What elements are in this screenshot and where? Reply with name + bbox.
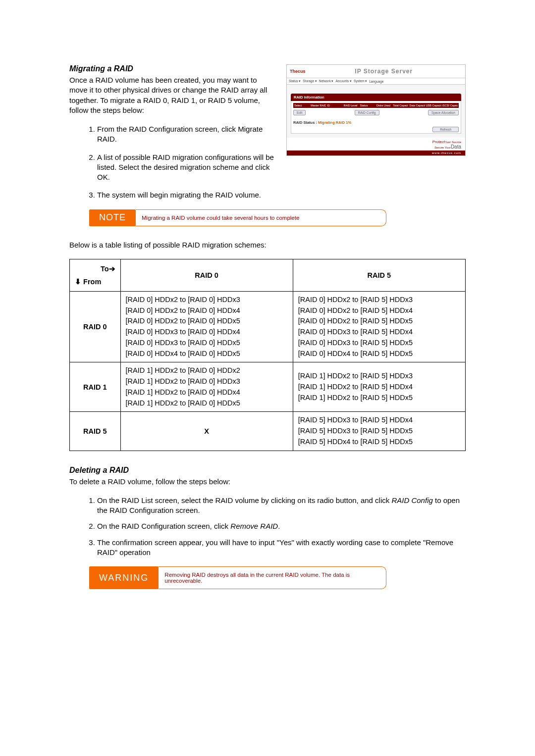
device-menubar: Status ▾ Storage ▾ Network ▾ Accounts ▾ … bbox=[287, 78, 465, 85]
menu-storage[interactable]: Storage ▾ bbox=[303, 79, 317, 83]
deleting-step-1: On the RAID List screen, select the RAID… bbox=[97, 496, 466, 516]
edit-button[interactable]: Edit bbox=[293, 110, 306, 115]
device-footer-tagline: ProtectYour Source Secure YourData bbox=[287, 138, 465, 151]
note-message: Migrating a RAID volume could take sever… bbox=[136, 209, 386, 226]
warning-callout: WARNING Removing RAID destroys all data … bbox=[89, 566, 386, 589]
row-header-raid1: RAID 1 bbox=[70, 362, 121, 412]
migration-table-intro: Below is a table listing of possible RAI… bbox=[69, 240, 466, 250]
raid-migration-table: To➔ ⬇ From RAID 0 RAID 5 RAID 0 [RAID 0]… bbox=[69, 259, 466, 451]
deleting-raid-steps: On the RAID List screen, select the RAID… bbox=[69, 496, 466, 557]
warning-message: Removing RAID destroys all data in the c… bbox=[159, 566, 386, 589]
note-badge: NOTE bbox=[89, 209, 136, 226]
cell-raid0-to-raid0: [RAID 0] HDDx2 to [RAID 0] HDDx3[RAID 0]… bbox=[120, 291, 293, 362]
raid-table-columns: Select Master RAID ID RAID Level Status … bbox=[293, 103, 459, 108]
device-title: IP Storage Server bbox=[306, 68, 462, 75]
cell-raid1-to-raid5: [RAID 1] HDDx2 to [RAID 5] HDDx3[RAID 1]… bbox=[293, 362, 465, 412]
table-row: RAID 5 X [RAID 5] HDDx3 to [RAID 5] HDDx… bbox=[70, 412, 466, 451]
migrating-step-2: A list of possible RAID migration config… bbox=[97, 152, 466, 183]
table-row: RAID 1 [RAID 1] HDDx2 to [RAID 0] HDDx2[… bbox=[70, 362, 466, 412]
table-corner: To➔ ⬇ From bbox=[70, 259, 121, 291]
row-header-raid0: RAID 0 bbox=[70, 291, 121, 362]
raid-config-button[interactable]: RAID Config bbox=[355, 110, 379, 115]
row-header-raid5: RAID 5 bbox=[70, 412, 121, 451]
col-header-raid0: RAID 0 bbox=[120, 259, 293, 291]
raid-status: RAID Status : Migrating RAID 1% bbox=[293, 120, 459, 125]
table-row: RAID 0 [RAID 0] HDDx2 to [RAID 0] HDDx3[… bbox=[70, 291, 466, 362]
cell-raid1-to-raid0: [RAID 1] HDDx2 to [RAID 0] HDDx2[RAID 1]… bbox=[120, 362, 293, 412]
deleting-raid-intro: To delete a RAID volume, follow the step… bbox=[69, 477, 466, 487]
raid-info-header: RAID Information bbox=[291, 94, 461, 101]
deleting-raid-heading: Deleting a RAID bbox=[69, 466, 466, 475]
menu-accounts[interactable]: Accounts ▾ bbox=[335, 79, 352, 83]
warning-badge: WARNING bbox=[89, 566, 159, 589]
migrating-step-3: The system will begin migrating the RAID… bbox=[97, 190, 466, 200]
cell-raid5-to-raid0: X bbox=[120, 412, 293, 451]
raid-info-screenshot: Thecus IP Storage Server Status ▾ Storag… bbox=[286, 64, 466, 156]
note-callout: NOTE Migrating a RAID volume could take … bbox=[89, 209, 386, 226]
deleting-step-2: On the RAID Configuration screen, click … bbox=[97, 521, 466, 531]
cell-raid5-to-raid5: [RAID 5] HDDx3 to [RAID 5] HDDx4[RAID 5]… bbox=[293, 412, 465, 451]
device-footer-url: www.thecus.com bbox=[287, 151, 465, 155]
menu-language[interactable]: Language bbox=[370, 80, 384, 83]
refresh-button[interactable]: Refresh bbox=[432, 127, 459, 132]
space-alloc-button[interactable]: Space Allocation bbox=[428, 110, 459, 115]
menu-status[interactable]: Status ▾ bbox=[289, 79, 301, 83]
deleting-step-3: The confirmation screen appear, you will… bbox=[97, 538, 466, 558]
menu-system[interactable]: System ▾ bbox=[354, 79, 367, 83]
col-header-raid5: RAID 5 bbox=[293, 259, 465, 291]
cell-raid0-to-raid5: [RAID 0] HDDx2 to [RAID 5] HDDx3[RAID 0]… bbox=[293, 291, 465, 362]
device-logo: Thecus bbox=[290, 69, 306, 74]
menu-network[interactable]: Network ▾ bbox=[319, 79, 334, 83]
